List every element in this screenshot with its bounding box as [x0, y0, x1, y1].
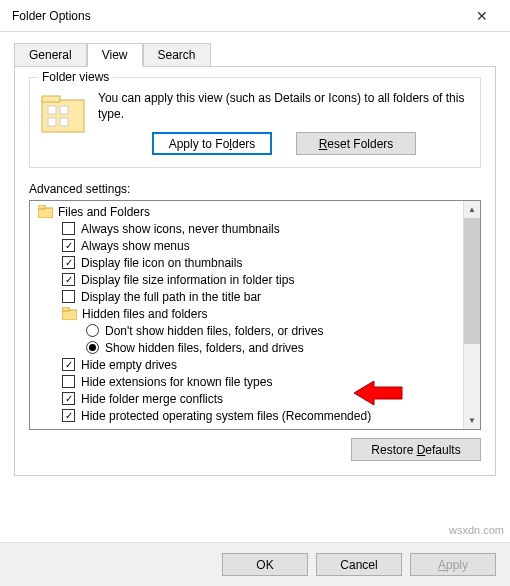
checkbox[interactable]: ✓ [62, 409, 75, 422]
dialog-content: General View Search Folder views You can… [0, 32, 510, 476]
tree-radio-dont-show-hidden[interactable]: Don't show hidden files, folders, or dri… [34, 322, 459, 339]
watermark-text: wsxdn.com [449, 524, 504, 536]
folder-views-group: Folder views You can apply this view (su… [29, 77, 481, 168]
tree-item-full-path-title[interactable]: Display the full path in the title bar [34, 288, 459, 305]
svg-marker-10 [354, 381, 402, 405]
tree-item-always-icons[interactable]: Always show icons, never thumbnails [34, 220, 459, 237]
titlebar: Folder Options ✕ [0, 0, 510, 32]
tree-group-files-folders: Files and Folders [34, 203, 459, 220]
tree-item-hide-os-files[interactable]: ✓Hide protected operating system files (… [34, 407, 459, 424]
dialog-footer: OK Cancel Apply [0, 542, 510, 586]
ok-button[interactable]: OK [222, 553, 308, 576]
tree-label: Hide empty drives [81, 358, 177, 372]
checkbox[interactable] [62, 222, 75, 235]
cancel-button[interactable]: Cancel [316, 553, 402, 576]
checkbox[interactable]: ✓ [62, 273, 75, 286]
tree-label: Display file size information in folder … [81, 273, 294, 287]
checkbox[interactable] [62, 290, 75, 303]
tree-label: Files and Folders [58, 205, 150, 219]
tab-search[interactable]: Search [143, 43, 211, 67]
tree-label: Hide protected operating system files (R… [81, 409, 371, 423]
checkbox[interactable] [62, 375, 75, 388]
svg-rect-7 [38, 205, 45, 209]
checkbox[interactable]: ✓ [62, 239, 75, 252]
svg-rect-5 [60, 118, 68, 126]
tab-view[interactable]: View [87, 43, 143, 67]
tree-item-file-icon-thumb[interactable]: ✓Display file icon on thumbnails [34, 254, 459, 271]
tree-label: Hidden files and folders [82, 307, 207, 321]
svg-rect-3 [60, 106, 68, 114]
folder-views-icon [40, 94, 86, 134]
tab-panel-view: Folder views You can apply this view (su… [14, 66, 496, 476]
tree-group-hidden-files: Hidden files and folders [34, 305, 459, 322]
svg-rect-2 [48, 106, 56, 114]
scroll-thumb[interactable] [464, 218, 480, 344]
folder-icon [62, 307, 77, 320]
checkbox[interactable]: ✓ [62, 358, 75, 371]
reset-folders-button[interactable]: Reset Folders [296, 132, 416, 155]
tree-label: Hide extensions for known file types [81, 375, 272, 389]
advanced-settings-label: Advanced settings: [29, 182, 481, 196]
window-title: Folder Options [8, 9, 462, 23]
checkbox[interactable]: ✓ [62, 256, 75, 269]
tree-label: Hide folder merge conflicts [81, 392, 223, 406]
tree-label: Always show icons, never thumbnails [81, 222, 280, 236]
advanced-settings-tree: Files and Folders Always show icons, nev… [29, 200, 481, 430]
radio[interactable] [86, 324, 99, 337]
tab-strip: General View Search [14, 43, 496, 67]
folder-views-text: You can apply this view (such as Details… [98, 90, 470, 122]
annotation-arrow-icon [354, 378, 404, 408]
restore-defaults-button[interactable]: Restore Defaults [351, 438, 481, 461]
scroll-up-button[interactable]: ▲ [464, 201, 480, 218]
folder-views-title: Folder views [38, 70, 113, 84]
tree-scrollbar[interactable]: ▲ ▼ [463, 201, 480, 429]
svg-rect-1 [42, 96, 60, 102]
apply-button[interactable]: Apply [410, 553, 496, 576]
tree-item-hide-empty[interactable]: ✓Hide empty drives [34, 356, 459, 373]
tree-label: Show hidden files, folders, and drives [105, 341, 304, 355]
tree-radio-show-hidden[interactable]: Show hidden files, folders, and drives [34, 339, 459, 356]
tree-label: Display the full path in the title bar [81, 290, 261, 304]
svg-rect-4 [48, 118, 56, 126]
scroll-track[interactable] [464, 218, 480, 412]
tree-item-file-size-tips[interactable]: ✓Display file size information in folder… [34, 271, 459, 288]
tab-general[interactable]: General [14, 43, 87, 67]
close-button[interactable]: ✕ [462, 0, 502, 32]
tree-label: Always show menus [81, 239, 190, 253]
apply-to-folders-button[interactable]: Apply to Folders [152, 132, 272, 155]
checkbox[interactable]: ✓ [62, 392, 75, 405]
radio[interactable] [86, 341, 99, 354]
svg-rect-9 [62, 307, 69, 311]
svg-rect-0 [42, 100, 84, 132]
scroll-down-button[interactable]: ▼ [464, 412, 480, 429]
tree-label: Don't show hidden files, folders, or dri… [105, 324, 323, 338]
tree-label: Display file icon on thumbnails [81, 256, 242, 270]
folder-icon [38, 205, 53, 218]
tree-item-always-menus[interactable]: ✓Always show menus [34, 237, 459, 254]
